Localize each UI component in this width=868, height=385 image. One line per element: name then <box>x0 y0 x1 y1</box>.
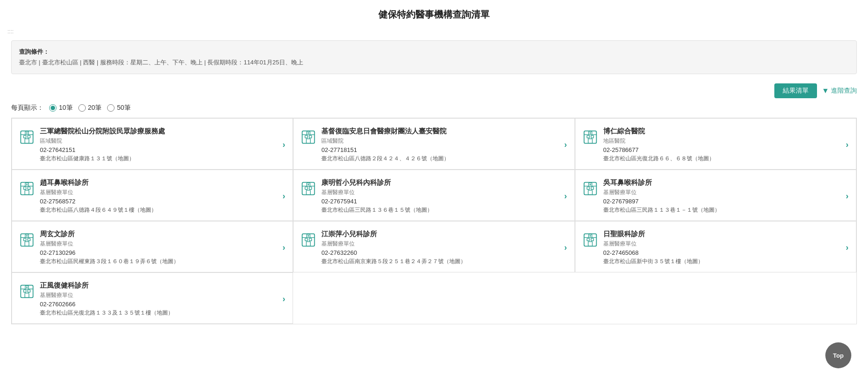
card-arrow-icon: › <box>564 243 567 252</box>
hospital-icon <box>582 232 599 248</box>
svg-rect-58 <box>309 238 312 240</box>
card-item[interactable]: 三軍總醫院松山分院附設民眾診療服務處 區域醫院 02-27642151 臺北市松… <box>12 118 293 170</box>
per-page-20[interactable]: 20筆 <box>78 104 102 112</box>
card-address: 臺北市松山區光復北路６６、６８號（地圖） <box>603 155 841 163</box>
drag-handle: :::: <box>0 26 868 37</box>
filter-label: 進階查詢 <box>831 87 857 95</box>
query-conditions-value: 臺北市 | 臺北市松山區 | 西醫 | 服務時段：星期二、上午、下午、晚上 | … <box>19 59 303 66</box>
query-conditions-label: 查詢條件： <box>19 48 49 55</box>
per-page-50[interactable]: 50筆 <box>107 104 131 112</box>
card-item[interactable]: 江崇萍小兒科診所 基層醫療單位 02-27632260 臺北市松山區南京東路５段… <box>293 221 574 272</box>
card-type: 地區醫院 <box>603 137 841 145</box>
hospital-icon <box>582 129 599 145</box>
svg-rect-65 <box>587 238 589 240</box>
svg-rect-59 <box>306 241 311 246</box>
card-name: 三軍總醫院松山分院附設民眾診療服務處 <box>40 127 278 136</box>
per-page-10-radio[interactable] <box>49 104 57 112</box>
cards-grid: 三軍總醫院松山分院附設民眾診療服務處 區域醫院 02-27642151 臺北市松… <box>11 118 857 324</box>
page-title: 健保特約醫事機構查詢清單 <box>0 0 868 26</box>
per-page-label: 每頁顯示： <box>11 104 44 112</box>
card-phone: 02-27675941 <box>321 198 559 205</box>
hospital-icon <box>582 180 599 197</box>
svg-rect-19 <box>588 139 592 143</box>
card-arrow-icon: › <box>282 243 285 252</box>
svg-rect-18 <box>591 135 593 138</box>
card-type: 基層醫療單位 <box>40 189 278 196</box>
card-item[interactable]: 博仁綜合醫院 地區醫院 02-25786677 臺北市松山區光復北路６６、６８號… <box>575 118 856 170</box>
card-address: 臺北市松山區三民路１１３巷１－１號（地圖） <box>603 206 841 214</box>
svg-rect-67 <box>588 241 592 246</box>
card-content: 康明哲小兒科內科診所 基層醫療單位 02-27675941 臺北市松山區三民路１… <box>321 178 559 214</box>
toolbar: 結果清單 ▼ 進階查詢 <box>0 80 868 100</box>
card-content: 三軍總醫院松山分院附設民眾診療服務處 區域醫院 02-27642151 臺北市松… <box>40 127 278 163</box>
card-content: 江崇萍小兒科診所 基層醫療單位 02-27632260 臺北市松山區南京東路５段… <box>321 230 559 265</box>
card-phone: 02-27602666 <box>40 301 278 308</box>
card-item[interactable]: 日聖眼科診所 基層醫療單位 02-27465068 臺北市松山區新中街３５號１樓… <box>575 221 856 272</box>
svg-rect-17 <box>587 135 589 138</box>
card-name: 吳耳鼻喉科診所 <box>603 178 841 187</box>
svg-rect-43 <box>588 190 592 195</box>
svg-rect-74 <box>28 290 30 292</box>
svg-rect-66 <box>591 238 593 240</box>
card-phone: 02-27642151 <box>40 146 278 153</box>
svg-rect-73 <box>24 290 26 292</box>
svg-rect-50 <box>28 238 30 240</box>
per-page-50-radio[interactable] <box>107 104 115 112</box>
svg-rect-9 <box>305 135 307 138</box>
card-name: 趙耳鼻喉科診所 <box>40 178 278 187</box>
hospital-icon <box>300 129 317 145</box>
card-arrow-icon: › <box>846 243 849 252</box>
card-name: 周玄文診所 <box>40 230 278 239</box>
per-page-10[interactable]: 10筆 <box>49 104 73 112</box>
hospital-icon <box>19 180 35 197</box>
card-address: 臺北市松山區八德路４段６４９號１樓（地圖） <box>40 206 278 214</box>
card-item[interactable]: 基督復臨安息日會醫療財團法人臺安醫院 區域醫院 02-27718151 臺北市松… <box>293 118 574 170</box>
svg-rect-75 <box>25 293 29 297</box>
card-phone: 02-27568572 <box>40 198 278 205</box>
card-address: 臺北市松山區新中街３５號１樓（地圖） <box>603 258 841 265</box>
hospital-icon <box>300 232 317 248</box>
card-content: 日聖眼科診所 基層醫療單位 02-27465068 臺北市松山區新中街３５號１樓… <box>603 230 841 265</box>
per-page-controls: 每頁顯示： 10筆 20筆 50筆 <box>0 100 868 118</box>
card-phone: 02-27465068 <box>603 249 841 256</box>
card-item[interactable]: 康明哲小兒科內科診所 基層醫療單位 02-27675941 臺北市松山區三民路１… <box>293 170 574 221</box>
card-arrow-icon: › <box>282 294 285 304</box>
results-clear-button[interactable]: 結果清單 <box>774 83 817 98</box>
svg-rect-27 <box>25 190 29 195</box>
card-name: 日聖眼科診所 <box>603 230 841 239</box>
card-item[interactable]: 趙耳鼻喉科診所 基層醫療單位 02-27568572 臺北市松山區八德路４段６４… <box>12 170 293 221</box>
per-page-20-radio[interactable] <box>78 104 86 112</box>
query-conditions-box: 查詢條件： 臺北市 | 臺北市松山區 | 西醫 | 服務時段：星期二、上午、下午… <box>11 40 857 74</box>
advanced-filter-button[interactable]: ▼ 進階查詢 <box>822 87 857 95</box>
card-phone: 02-27130296 <box>40 249 278 256</box>
card-phone: 02-25786677 <box>603 146 841 153</box>
card-arrow-icon: › <box>846 191 849 201</box>
svg-rect-25 <box>24 187 26 189</box>
card-arrow-icon: › <box>564 140 567 150</box>
card-arrow-icon: › <box>564 191 567 201</box>
card-item[interactable]: 吳耳鼻喉科診所 基層醫療單位 02-27679897 臺北市松山區三民路１１３巷… <box>575 170 856 221</box>
card-content: 周玄文診所 基層醫療單位 02-27130296 臺北市松山區民權東路３段１６０… <box>40 230 278 265</box>
per-page-10-label: 10筆 <box>59 104 73 112</box>
card-type: 區域醫院 <box>321 137 559 145</box>
card-content: 正風復健科診所 基層醫療單位 02-27602666 臺北市松山區光復北路１３３… <box>40 281 278 317</box>
card-type: 基層醫療單位 <box>321 240 559 248</box>
svg-rect-33 <box>305 187 307 189</box>
card-item[interactable]: 周玄文診所 基層醫療單位 02-27130296 臺北市松山區民權東路３段１６０… <box>12 221 293 272</box>
card-address: 臺北市松山區八德路２段４２４、４２６號（地圖） <box>321 155 559 163</box>
per-page-20-label: 20筆 <box>88 104 102 112</box>
card-address: 臺北市松山區民權東路３段１６０巷１９弄６號（地圖） <box>40 258 278 265</box>
card-address: 臺北市松山區光復北路１３３及１３５號１樓（地圖） <box>40 309 278 317</box>
hospital-icon <box>19 283 35 300</box>
svg-rect-3 <box>25 139 29 143</box>
card-name: 康明哲小兒科內科診所 <box>321 178 559 187</box>
card-item[interactable]: 正風復健科診所 基層醫療單位 02-27602666 臺北市松山區光復北路１３３… <box>12 272 293 324</box>
card-arrow-icon: › <box>282 140 285 150</box>
card-content: 趙耳鼻喉科診所 基層醫療單位 02-27568572 臺北市松山區八德路４段６４… <box>40 178 278 214</box>
card-arrow-icon: › <box>846 140 849 150</box>
card-phone: 02-27632260 <box>321 249 559 256</box>
card-name: 正風復健科診所 <box>40 281 278 290</box>
svg-rect-34 <box>309 187 312 189</box>
card-name: 博仁綜合醫院 <box>603 127 841 136</box>
card-type: 區域醫院 <box>40 137 278 145</box>
